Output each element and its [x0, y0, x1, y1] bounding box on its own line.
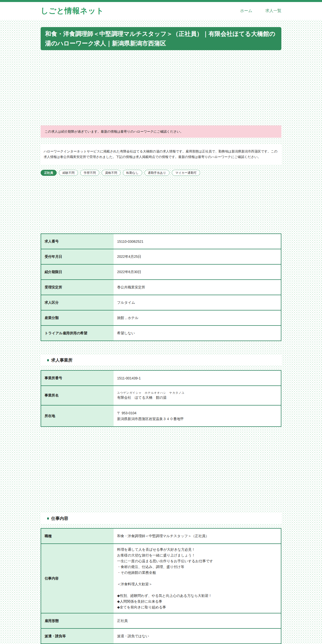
- site-logo[interactable]: しごと情報ネット: [41, 6, 104, 16]
- page: { "colors": { "accent_green": "#2e8b57",…: [0, 0, 322, 644]
- badge-list: 正社員 経験不問 学歴不問 資格不問 転勤なし 通勤手当あり マイカー通勤可: [41, 170, 281, 176]
- row-label: 求人区分: [41, 295, 114, 310]
- row-value: 正社員: [114, 613, 281, 628]
- row-label: 事業所名: [41, 386, 114, 405]
- table-row: 求人番号 15110-03062521: [41, 234, 281, 249]
- main-nav: ホーム 求人一覧: [240, 8, 281, 14]
- main-content: 和食・洋食調理師＜中堅調理マルチスタッフ＞（正社員）｜有限会社ほてる大橋館の湯の…: [41, 27, 281, 644]
- row-label: 職種: [41, 528, 114, 544]
- job-summary-text: ハローワークインターネットサービスに掲載された有限会社ほてる大橋館の湯の求人情報…: [41, 144, 281, 165]
- table-row: 事業所番号 1511-001439-1: [41, 370, 281, 386]
- row-label: 派遣・請負等: [41, 628, 114, 644]
- row-label: 事業所番号: [41, 370, 114, 386]
- table-row: 紹介期限日 2022年6月30日: [41, 264, 281, 280]
- table-row: 所在地 〒 953-0104 新潟県新潟市西蒲区岩室温泉３４０番地甲: [41, 405, 281, 427]
- badge-employment-type: 正社員: [41, 170, 57, 176]
- bullet-icon: [47, 359, 49, 361]
- row-value: 希望しない: [114, 326, 281, 341]
- table-row: 派遣・請負等 派遣・請負ではない: [41, 628, 281, 644]
- nav-link-home[interactable]: ホーム: [240, 8, 252, 14]
- top-accent-bar: [0, 0, 322, 2]
- table-row: 仕事内容 料理を通して人を喜ばせる事が大好きな方必見！ お客様の大切な旅行を一緒…: [41, 544, 281, 613]
- page-title: 和食・洋食調理師＜中堅調理マルチスタッフ＞（正社員）｜有限会社ほてる大橋館の湯の…: [41, 27, 281, 50]
- expired-notice: この求人は紹介期限が過ぎています。最新の情報は最寄りのハローワークにご確認くださ…: [41, 125, 281, 138]
- company-name-kana: ユウゲンガイシャ ホテルオオハシ ヤカタノユ: [117, 391, 277, 395]
- badge-no-experience: 経験不問: [59, 170, 78, 176]
- row-label: 所在地: [41, 405, 114, 427]
- badge-commute-allowance: 通勤手当あり: [144, 170, 170, 176]
- row-value: 旅館，ホテル: [114, 310, 281, 326]
- section-header-office: 求人事業所: [41, 355, 281, 365]
- row-label: 雇用形態: [41, 613, 114, 628]
- row-value: 派遣・請負ではない: [114, 628, 281, 644]
- row-value: 1511-001439-1: [114, 370, 281, 386]
- row-value: 和食・洋食調理師＜中堅調理マルチスタッフ＞（正社員）: [114, 528, 281, 544]
- badge-no-education: 学歴不問: [80, 170, 99, 176]
- office-info-table: 事業所番号 1511-001439-1 事業所名 ユウゲンガイシャ ホテルオオハ…: [41, 370, 281, 427]
- section-title: 求人事業所: [51, 357, 72, 363]
- job-detail-table: 職種 和食・洋食調理師＜中堅調理マルチスタッフ＞（正社員） 仕事内容 料理を通し…: [41, 528, 281, 644]
- table-row: トライアル雇用併用の希望 希望しない: [41, 326, 281, 341]
- table-row: 求人区分 フルタイム: [41, 295, 281, 310]
- row-value: 料理を通して人を喜ばせる事が大好きな方必見！ お客様の大切な旅行を一緒に盛り上げ…: [114, 544, 281, 613]
- badge-car-commute: マイカー通勤可: [172, 170, 200, 176]
- site-header: しごと情報ネット ホーム 求人一覧: [0, 2, 322, 20]
- table-row: 受理安定所 巻公共職業安定所: [41, 280, 281, 295]
- table-row: 受付年月日 2022年4月25日: [41, 249, 281, 264]
- job-summary-table: 求人番号 15110-03062521 受付年月日 2022年4月25日 紹介期…: [41, 233, 281, 341]
- section-title: 仕事内容: [51, 516, 68, 521]
- row-value: 巻公共職業安定所: [114, 280, 281, 295]
- badge-no-relocation: 転勤なし: [123, 170, 142, 176]
- company-name: 有限会社 ほてる大橋 館の湯: [117, 395, 277, 400]
- row-value: 〒 953-0104 新潟県新潟市西蒲区岩室温泉３４０番地甲: [114, 405, 281, 427]
- row-value: 15110-03062521: [114, 234, 281, 249]
- row-label: 求人番号: [41, 234, 114, 249]
- table-row: 職種 和食・洋食調理師＜中堅調理マルチスタッフ＞（正社員）: [41, 528, 281, 544]
- row-label: 受理安定所: [41, 280, 114, 295]
- row-label: 受付年月日: [41, 249, 114, 264]
- row-value: 2022年4月25日: [114, 249, 281, 264]
- row-label: 紹介期限日: [41, 264, 114, 280]
- row-label: トライアル雇用併用の希望: [41, 326, 114, 341]
- table-row: 産業分類 旅館，ホテル: [41, 310, 281, 326]
- row-label: 産業分類: [41, 310, 114, 326]
- bullet-icon: [47, 517, 49, 520]
- section-header-job: 仕事内容: [41, 513, 281, 524]
- table-row: 雇用形態 正社員: [41, 613, 281, 628]
- row-value: ユウゲンガイシャ ホテルオオハシ ヤカタノユ 有限会社 ほてる大橋 館の湯: [114, 386, 281, 405]
- badge-no-qualification: 資格不問: [102, 170, 121, 176]
- table-row: 事業所名 ユウゲンガイシャ ホテルオオハシ ヤカタノユ 有限会社 ほてる大橋 館…: [41, 386, 281, 405]
- nav-link-job-list[interactable]: 求人一覧: [265, 8, 281, 14]
- row-value: 2022年6月30日: [114, 264, 281, 280]
- row-value: フルタイム: [114, 295, 281, 310]
- row-label: 仕事内容: [41, 544, 114, 613]
